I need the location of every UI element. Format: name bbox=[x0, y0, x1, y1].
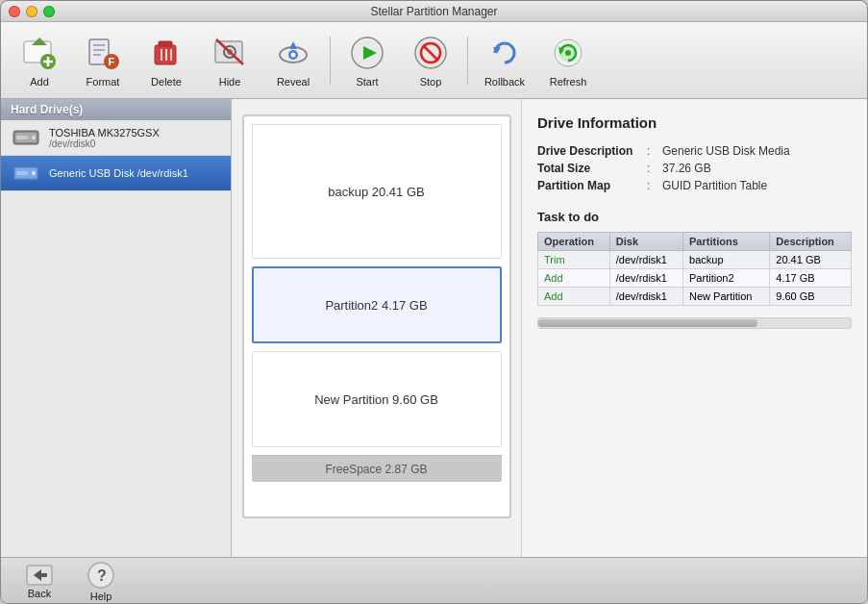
add-icon bbox=[20, 34, 59, 72]
format-button[interactable]: F Format bbox=[72, 28, 134, 93]
svg-point-35 bbox=[565, 50, 571, 56]
task-op: Trim bbox=[538, 251, 610, 269]
task-desc: 20.41 GB bbox=[770, 251, 852, 269]
task-op: Add bbox=[538, 288, 610, 306]
help-icon: ? bbox=[87, 562, 114, 589]
partition-newpart[interactable]: New Partition 9.60 GB bbox=[252, 351, 502, 447]
main-layout: Hard Drive(s) TOSHIBA MK3275GSX /dev/rdi… bbox=[1, 99, 867, 557]
bottom-bar: Back ? Help bbox=[1, 557, 867, 604]
start-label: Start bbox=[356, 76, 378, 88]
info-label-partmap: Partition Map bbox=[537, 179, 643, 192]
info-label-size: Total Size bbox=[537, 162, 643, 175]
right-panel: Drive Information Drive Description : Ge… bbox=[521, 99, 867, 557]
format-label: Format bbox=[87, 76, 120, 88]
sidebar-item-disk0[interactable]: TOSHIBA MK3275GSX /dev/rdisk0 bbox=[1, 120, 231, 156]
col-description: Description bbox=[770, 233, 852, 251]
center-panel: backup 20.41 GB Partition2 4.17 GB New P… bbox=[232, 99, 521, 557]
scrollbar[interactable] bbox=[537, 317, 852, 329]
partition-p2-label: Partition2 4.17 GB bbox=[325, 298, 427, 313]
table-row[interactable]: Trim /dev/rdisk1 backup 20.41 GB bbox=[538, 251, 852, 269]
table-row[interactable]: Add /dev/rdisk1 New Partition 9.60 GB bbox=[538, 288, 852, 306]
info-value-partmap: GUID Partition Table bbox=[662, 179, 767, 192]
delete-label: Delete bbox=[151, 76, 182, 88]
refresh-label: Refresh bbox=[550, 76, 587, 88]
reveal-label: Reveal bbox=[277, 76, 310, 88]
disk0-label: TOSHIBA MK3275GSX bbox=[49, 127, 221, 138]
svg-marker-23 bbox=[289, 41, 297, 49]
task-partition: backup bbox=[683, 251, 770, 269]
svg-rect-39 bbox=[16, 136, 28, 139]
help-button[interactable]: ? Help bbox=[74, 562, 128, 602]
sidebar-header: Hard Drive(s) bbox=[1, 99, 231, 120]
drive-info-title: Drive Information bbox=[537, 114, 852, 131]
svg-text:?: ? bbox=[97, 567, 107, 584]
refresh-button[interactable]: Refresh bbox=[537, 28, 599, 93]
back-button[interactable]: Back bbox=[12, 562, 66, 602]
task-disk: /dev/rdisk1 bbox=[609, 288, 682, 306]
reveal-button[interactable]: Reveal bbox=[262, 28, 324, 93]
add-label: Add bbox=[30, 76, 49, 88]
info-row-size: Total Size : 37.26 GB bbox=[537, 160, 852, 177]
back-icon bbox=[26, 565, 53, 586]
task-title: Task to do bbox=[537, 210, 852, 224]
scrollbar-thumb bbox=[538, 319, 757, 327]
delete-icon bbox=[147, 34, 186, 72]
freespace-label: FreeSpace 2.87 GB bbox=[325, 463, 427, 476]
window-title: Stellar Partition Manager bbox=[370, 5, 497, 18]
close-button[interactable] bbox=[9, 6, 20, 17]
task-disk: /dev/rdisk1 bbox=[609, 251, 682, 269]
disk1-label: Generic USB Disk /dev/rdisk1 bbox=[49, 167, 221, 179]
window-controls bbox=[9, 6, 55, 17]
svg-point-42 bbox=[32, 171, 36, 175]
sidebar-item-disk1[interactable]: Generic USB Disk /dev/rdisk1 bbox=[1, 156, 231, 191]
table-row[interactable]: Add /dev/rdisk1 Partition2 4.17 GB bbox=[538, 269, 852, 288]
toolbar: Add F Format Delete bbox=[1, 22, 867, 99]
info-label-description: Drive Description bbox=[537, 144, 643, 158]
refresh-icon bbox=[549, 34, 587, 72]
format-icon: F bbox=[84, 34, 122, 72]
partition-newpart-label: New Partition 9.60 GB bbox=[314, 392, 438, 407]
partition-p2[interactable]: Partition2 4.17 GB bbox=[252, 266, 502, 343]
start-icon bbox=[348, 34, 386, 72]
info-value-description: Generic USB Disk Media bbox=[662, 144, 790, 158]
hide-button[interactable]: Hide bbox=[199, 28, 260, 93]
separator-2 bbox=[467, 37, 468, 85]
add-button[interactable]: Add bbox=[9, 28, 70, 93]
sidebar: Hard Drive(s) TOSHIBA MK3275GSX /dev/rdi… bbox=[1, 99, 232, 557]
task-op: Add bbox=[538, 269, 610, 288]
svg-rect-11 bbox=[155, 45, 176, 64]
svg-rect-12 bbox=[159, 41, 172, 46]
col-operation: Operation bbox=[538, 233, 610, 251]
task-partition: Partition2 bbox=[683, 269, 770, 288]
delete-button[interactable]: Delete bbox=[136, 28, 197, 93]
stop-label: Stop bbox=[420, 76, 442, 88]
stop-icon bbox=[411, 34, 450, 72]
freespace-bar: FreeSpace 2.87 GB bbox=[252, 455, 502, 482]
partition-backup[interactable]: backup 20.41 GB bbox=[252, 124, 502, 259]
col-disk: Disk bbox=[609, 233, 682, 251]
back-label: Back bbox=[28, 588, 51, 599]
task-desc: 9.60 GB bbox=[770, 288, 852, 306]
stop-button[interactable]: Stop bbox=[400, 28, 461, 93]
task-desc: 4.17 GB bbox=[770, 269, 852, 288]
minimize-button[interactable] bbox=[26, 6, 37, 17]
start-button[interactable]: Start bbox=[336, 28, 398, 93]
info-row-description: Drive Description : Generic USB Disk Med… bbox=[537, 142, 852, 160]
svg-text:F: F bbox=[109, 56, 115, 67]
col-partitions: Partitions bbox=[683, 233, 770, 251]
rollback-icon bbox=[485, 34, 524, 72]
maximize-button[interactable] bbox=[43, 6, 55, 17]
rollback-button[interactable]: Rollback bbox=[474, 28, 535, 93]
help-label: Help bbox=[90, 591, 112, 602]
info-row-partmap: Partition Map : GUID Partition Table bbox=[537, 177, 852, 194]
partition-container: backup 20.41 GB Partition2 4.17 GB New P… bbox=[242, 114, 511, 518]
task-disk: /dev/rdisk1 bbox=[609, 269, 682, 288]
rollback-label: Rollback bbox=[484, 76, 525, 88]
hide-label: Hide bbox=[219, 76, 241, 88]
usb-hdd-icon bbox=[11, 162, 41, 185]
title-bar: Stellar Partition Manager bbox=[1, 1, 867, 22]
separator-1 bbox=[330, 37, 331, 85]
task-partition: New Partition bbox=[683, 288, 770, 306]
task-table: Operation Disk Partitions Description Tr… bbox=[537, 232, 852, 306]
hdd-icon bbox=[11, 126, 41, 149]
